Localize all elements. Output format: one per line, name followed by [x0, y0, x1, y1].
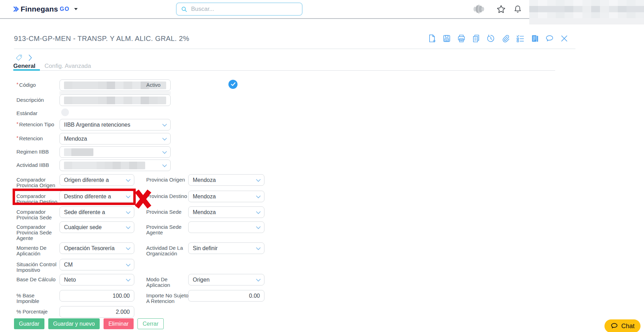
importe-no-sujeto-a-retencion-input[interactable]: 0.00 [188, 290, 264, 302]
form-row-pct-base-imponible: % Base Imponible100.00Importe No Sujeto … [16, 290, 625, 304]
regimen-iibb-select[interactable] [59, 146, 171, 158]
retencion-select[interactable]: Mendoza [59, 133, 171, 144]
chevron-right-icon [28, 54, 32, 61]
comparador-provincia-sede-value: Sede diferente a [64, 209, 105, 216]
actividad-iibb-select[interactable] [59, 160, 171, 171]
top-navbar: Finnegans GO [0, 0, 644, 19]
base-de-calculo-label: Base De Cálculo [16, 277, 58, 282]
situacion-control-impositivo-select[interactable]: CM [59, 259, 134, 270]
breadcrumb [15, 54, 32, 61]
app-window: Finnegans GO [0, 0, 644, 332]
provincia-sede-label: Provincia Sede [146, 209, 191, 215]
save-icon[interactable] [442, 34, 451, 43]
provincia-sede-select[interactable]: Mendoza [188, 206, 264, 218]
favorites-star-icon[interactable] [496, 5, 506, 15]
provincia-sede-agente-select[interactable] [188, 221, 264, 233]
print-icon[interactable] [457, 34, 466, 43]
provincia-destino-label: Provincia Destino [146, 193, 191, 199]
provincia-origen-label: Provincia Origen [146, 177, 191, 183]
attachment-icon[interactable] [501, 34, 510, 43]
actividad-iibb-redacted-value [64, 162, 145, 169]
delete-button[interactable]: Eliminar [104, 318, 134, 329]
chat-label: Chat [621, 323, 635, 330]
actividad-iibb-label: Actividad IIBB [16, 162, 58, 168]
logo-suffix: GO [60, 6, 70, 12]
importe-no-sujeto-a-retencion-value: 0.00 [249, 293, 260, 299]
momento-de-aplicacion-select[interactable]: Operación Tesorería [59, 242, 134, 254]
report-icon[interactable] [530, 34, 539, 43]
comparador-provincia-origen-select[interactable]: Origen diferente a [59, 174, 134, 186]
comparador-provincia-sede-agente-label: Comparador Provincia Sede Agente [16, 224, 58, 241]
tag-icon[interactable] [15, 54, 22, 61]
close-icon[interactable] [560, 34, 569, 43]
caret-down-icon[interactable] [74, 8, 78, 10]
close-button[interactable]: Cerrar [137, 318, 164, 329]
momento-de-aplicacion-value: Operación Tesorería [64, 245, 115, 252]
situacion-control-impositivo-value: CM [64, 262, 73, 268]
form-row-comparador-provincia-destino: Comparador Provincia DestinoDestino dife… [16, 191, 625, 205]
activo-checkbox[interactable] [228, 80, 238, 89]
regimen-iibb-label: Regimen IIBB [16, 149, 58, 155]
record-toolbar [427, 34, 569, 43]
descripcion-label: Descripción [16, 97, 58, 103]
retencion-tipo-label: *Retencion Tipo [16, 122, 58, 127]
retencion-value: Mendoza [64, 136, 87, 142]
actividad-de-la-organizacion-value: Sin definir [193, 245, 218, 252]
chat-bubble-icon [610, 322, 618, 330]
copy-icon[interactable] [472, 34, 481, 43]
actividad-de-la-organizacion-label: Actividad De La Organización [146, 245, 191, 256]
regimen-iibb-redacted-value [64, 148, 93, 156]
base-de-calculo-select[interactable]: Neto [59, 274, 134, 285]
double-chevron-right-icon [13, 6, 19, 12]
modo-de-aplicacion-value: Origen [193, 277, 210, 283]
footer-actions: Guardar Guardar y nuevo Eliminar Cerrar [14, 318, 164, 329]
form-row-base-de-calculo: Base De CálculoNetoModo De AplicacionOri… [16, 274, 625, 288]
form-row-actividad-iibb: Actividad IIBB [16, 160, 625, 174]
comparador-provincia-sede-agente-select[interactable]: Cualquier sede [59, 221, 134, 233]
pct-base-imponible-value: 100.00 [113, 293, 130, 299]
form-row-codigo: *CódigoActivo [16, 79, 625, 93]
search-input[interactable] [190, 5, 298, 13]
pct-porcentaje-value: 2.000 [116, 309, 130, 315]
app-logo[interactable]: Finnegans GO [13, 0, 78, 18]
chat-button[interactable]: Chat [604, 319, 641, 332]
provincia-destino-select[interactable]: Mendoza [188, 191, 264, 202]
retencion-tipo-select[interactable]: IIBB Argentina retenciones [59, 119, 171, 130]
form-row-comparador-provincia-sede: Comparador Provincia SedeSede diferente … [16, 206, 625, 220]
new-document-icon[interactable] [427, 34, 437, 43]
history-icon[interactable] [486, 34, 495, 43]
redacted-user-region [529, 0, 644, 18]
org-avatar[interactable] [472, 3, 486, 16]
importe-no-sujeto-a-retencion-label: Importe No Sujeto A Retencion [146, 293, 191, 304]
pct-base-imponible-input[interactable]: 100.00 [59, 290, 134, 302]
title-divider [14, 49, 575, 49]
descripcion-redacted-value [64, 97, 166, 104]
tab-divider [13, 70, 555, 71]
provincia-destino-value: Mendoza [193, 193, 216, 200]
save-button[interactable]: Guardar [14, 318, 44, 329]
required-asterisk: * [16, 121, 19, 127]
pct-porcentaje-label: % Porcentaje [16, 309, 58, 315]
comment-icon[interactable] [545, 34, 554, 43]
global-search [176, 2, 303, 16]
comparador-provincia-origen-label: Comparador Provincia Origen [16, 177, 58, 188]
required-asterisk: * [16, 81, 19, 87]
comparador-provincia-sede-select[interactable]: Sede diferente a [59, 206, 134, 218]
save-and-new-button[interactable]: Guardar y nuevo [48, 318, 100, 329]
notifications-bell-icon[interactable] [513, 5, 522, 15]
provincia-origen-select[interactable]: Mendoza [188, 174, 264, 186]
descripcion-input[interactable] [59, 94, 171, 106]
checklist-icon[interactable] [516, 34, 525, 43]
form-row-retencion: *RetencionMendoza [16, 133, 625, 147]
actividad-de-la-organizacion-select[interactable]: Sin definir [188, 242, 264, 254]
logo-text: Finnegans [21, 5, 58, 13]
redacted-user-region-strip [529, 18, 644, 24]
modo-de-aplicacion-select[interactable]: Origen [188, 274, 264, 285]
activo-label: Activo [146, 82, 191, 88]
pct-porcentaje-input[interactable]: 2.000 [59, 306, 134, 318]
form-row-retencion-tipo: *Retencion TipoIIBB Argentina retencione… [16, 119, 625, 133]
estandar-toggle[interactable] [61, 108, 69, 116]
situacion-control-impositivo-label: Situación Control Impositivo [16, 262, 58, 273]
comparador-provincia-destino-select[interactable]: Destino diferente a [59, 191, 134, 202]
required-asterisk: * [16, 135, 19, 141]
